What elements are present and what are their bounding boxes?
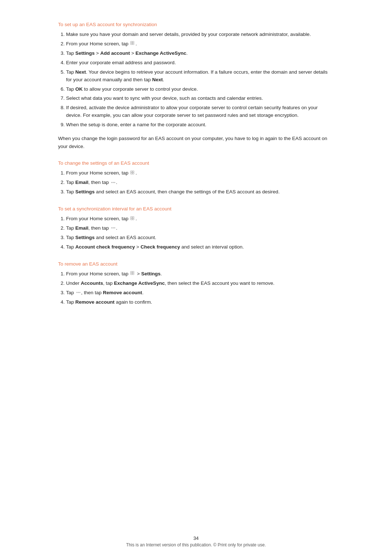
list-item: Tap Account check frequency > Check freq… xyxy=(66,243,334,251)
sync-interval-steps-list: From your Home screen, tap . Tap Email, … xyxy=(58,215,334,251)
list-item: From your Home screen, tap . xyxy=(66,215,334,223)
svg-point-22 xyxy=(76,292,77,293)
list-item: Tap , then tap Remove account. xyxy=(66,289,334,297)
svg-rect-18 xyxy=(131,271,132,273)
list-item: Under Accounts, tap Exchange ActiveSync,… xyxy=(66,280,334,287)
svg-rect-21 xyxy=(132,273,134,275)
svg-rect-2 xyxy=(131,43,132,45)
svg-rect-14 xyxy=(132,218,134,220)
svg-rect-1 xyxy=(132,41,134,43)
dots-icon xyxy=(75,290,81,295)
svg-rect-19 xyxy=(132,271,134,273)
footer-note: This is an Internet version of this publ… xyxy=(0,542,392,547)
svg-point-24 xyxy=(79,292,80,293)
dots-icon xyxy=(110,225,116,231)
section-title-setup: To set up an EAS account for synchroniza… xyxy=(58,22,334,27)
svg-rect-20 xyxy=(131,273,132,275)
grid-icon xyxy=(130,171,135,176)
svg-point-17 xyxy=(114,227,115,229)
page-number: 34 xyxy=(0,535,392,541)
svg-point-23 xyxy=(78,292,79,293)
list-item: Tap Settings and select an EAS account. xyxy=(66,234,334,242)
list-item: From your Home screen, tap . xyxy=(66,40,334,48)
svg-rect-4 xyxy=(131,171,132,172)
svg-rect-3 xyxy=(132,43,134,45)
list-item: Tap Next. Your device begins to retrieve… xyxy=(66,69,334,84)
list-item: Tap Settings > Add account > Exchange Ac… xyxy=(66,50,334,57)
list-item: From your Home screen, tap > Settings. xyxy=(66,270,334,278)
remove-steps-list: From your Home screen, tap > Settings. U… xyxy=(58,270,334,306)
svg-rect-6 xyxy=(131,173,132,174)
svg-point-16 xyxy=(113,227,114,229)
section-setup: To set up an EAS account for synchroniza… xyxy=(58,22,334,150)
svg-point-9 xyxy=(113,182,114,183)
section-title-change: To change the settings of an EAS account xyxy=(58,160,334,166)
setup-note: When you change the login password for a… xyxy=(58,135,334,150)
list-item: Tap Remove account again to confirm. xyxy=(66,299,334,306)
svg-point-8 xyxy=(111,182,112,183)
grid-icon xyxy=(130,271,135,276)
list-item: Make sure you have your domain and serve… xyxy=(66,31,334,38)
list-item: Tap Settings and select an EAS account, … xyxy=(66,188,334,196)
section-sync-interval: To set a synchronization interval for an… xyxy=(58,206,334,251)
list-item: Tap Email, then tap . xyxy=(66,179,334,186)
list-item: Tap OK to allow your corporate server to… xyxy=(66,86,334,93)
list-item: Enter your corporate email address and p… xyxy=(66,59,334,67)
svg-rect-5 xyxy=(132,171,134,172)
svg-rect-11 xyxy=(131,217,132,218)
grid-icon xyxy=(130,41,135,46)
list-item: If desired, activate the device administ… xyxy=(66,104,334,119)
page: To set up an EAS account for synchroniza… xyxy=(0,0,392,554)
svg-rect-12 xyxy=(132,217,134,218)
svg-rect-7 xyxy=(132,173,134,174)
list-item: Tap Email, then tap . xyxy=(66,225,334,232)
section-title-remove: To remove an EAS account xyxy=(58,261,334,267)
grid-icon xyxy=(130,216,135,221)
section-remove: To remove an EAS account From your Home … xyxy=(58,261,334,306)
dots-icon xyxy=(110,180,116,185)
change-steps-list: From your Home screen, tap . Tap Email, … xyxy=(58,169,334,196)
section-change: To change the settings of an EAS account… xyxy=(58,160,334,196)
list-item: When the setup is done, enter a name for… xyxy=(66,121,334,129)
list-item: Select what data you want to sync with y… xyxy=(66,95,334,102)
section-title-sync-interval: To set a synchronization interval for an… xyxy=(58,206,334,212)
svg-point-10 xyxy=(114,182,115,183)
svg-point-15 xyxy=(111,227,112,229)
svg-rect-13 xyxy=(131,218,132,220)
svg-rect-0 xyxy=(131,41,132,43)
list-item: From your Home screen, tap . xyxy=(66,169,334,177)
setup-steps-list: Make sure you have your domain and serve… xyxy=(58,31,334,129)
